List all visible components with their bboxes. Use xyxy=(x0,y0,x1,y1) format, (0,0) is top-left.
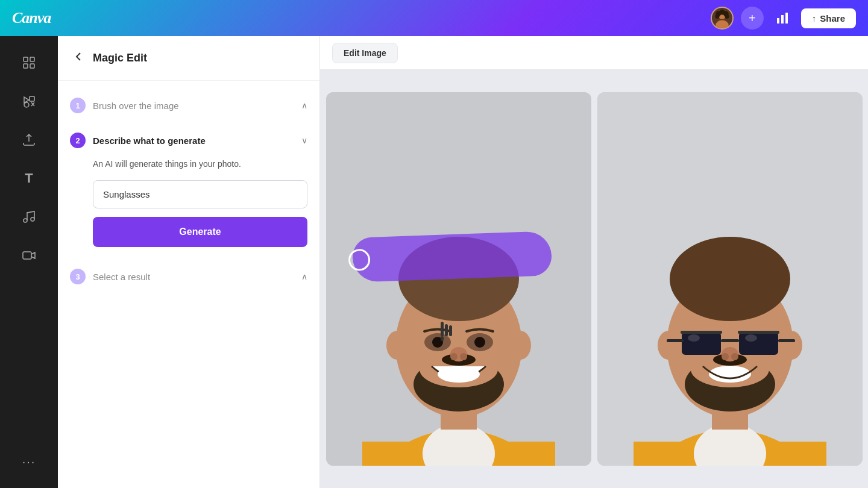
svg-rect-9 xyxy=(781,15,784,23)
svg-point-66 xyxy=(745,334,757,342)
svg-point-6 xyxy=(715,14,719,19)
video-icon xyxy=(22,248,36,263)
main-layout: T ··· Magic Edit xyxy=(0,36,868,488)
music-icon xyxy=(22,210,36,224)
photo-card-result xyxy=(597,92,863,466)
original-photo-svg xyxy=(326,92,591,466)
more-icon: ··· xyxy=(22,455,36,469)
sidebar-item-grid[interactable] xyxy=(12,46,46,80)
sidebar-item-video[interactable] xyxy=(12,239,46,272)
svg-point-18 xyxy=(31,217,34,221)
elements-icon xyxy=(21,94,37,108)
canvas-content xyxy=(320,70,868,488)
svg-rect-11 xyxy=(24,57,28,61)
chart-icon xyxy=(775,11,790,25)
analytics-button[interactable] xyxy=(771,7,794,30)
edit-image-tab[interactable]: Edit Image xyxy=(332,43,398,63)
top-navigation: Canva + xyxy=(0,0,868,36)
photo-card-original xyxy=(326,92,591,466)
svg-point-38 xyxy=(450,353,458,360)
svg-rect-63 xyxy=(667,339,684,342)
step-3-title: Select a result xyxy=(93,272,150,282)
step-1: 1 Brush over the image ∧ xyxy=(70,93,307,118)
magic-edit-panel: Magic Edit 1 Brush over the image ∧ xyxy=(58,36,320,488)
step-2-header-left: 2 Describe what to generate xyxy=(70,133,206,148)
generate-text-input[interactable] xyxy=(93,180,307,208)
brush-circle xyxy=(348,249,370,271)
svg-rect-61 xyxy=(682,332,721,355)
step-3-chevron: ∧ xyxy=(301,272,307,281)
back-button[interactable] xyxy=(70,48,87,68)
svg-point-2 xyxy=(715,20,728,30)
svg-point-58 xyxy=(722,353,729,360)
sidebar-item-upload[interactable] xyxy=(12,123,46,157)
icon-sidebar: T ··· xyxy=(0,36,58,488)
brush-overlay xyxy=(351,231,552,283)
svg-point-16 xyxy=(24,102,29,107)
avatar[interactable] xyxy=(711,7,734,30)
svg-rect-15 xyxy=(30,96,34,101)
step-1-header[interactable]: 1 Brush over the image ∧ xyxy=(70,93,307,118)
svg-rect-62 xyxy=(739,332,778,355)
svg-rect-14 xyxy=(30,64,34,68)
step-2-title: Describe what to generate xyxy=(93,136,206,146)
step-2-description: An AI will generate things in your photo… xyxy=(93,158,307,170)
step-3-header-left: 3 Select a result xyxy=(70,269,150,284)
share-button[interactable]: ↑ Share xyxy=(801,8,856,28)
panel-header: Magic Edit xyxy=(58,36,319,81)
svg-rect-19 xyxy=(23,252,31,259)
generate-button[interactable]: Generate xyxy=(93,217,307,247)
back-icon xyxy=(72,51,84,63)
canvas-toolbar: Edit Image xyxy=(320,36,868,70)
svg-point-26 xyxy=(386,331,408,360)
step-2-chevron: ∨ xyxy=(301,136,307,145)
nav-right: + ↑ Share xyxy=(711,7,856,30)
step-2-content: An AI will generate things in your photo… xyxy=(70,153,307,254)
step-3-number: 3 xyxy=(70,269,86,284)
svg-point-7 xyxy=(725,14,729,19)
svg-point-17 xyxy=(24,219,27,222)
svg-rect-64 xyxy=(778,339,795,342)
svg-point-51 xyxy=(781,331,802,360)
svg-point-59 xyxy=(731,353,738,360)
svg-rect-68 xyxy=(738,331,779,334)
share-icon: ↑ xyxy=(812,13,817,23)
svg-rect-10 xyxy=(785,13,788,23)
svg-rect-13 xyxy=(24,64,28,68)
step-1-chevron: ∧ xyxy=(301,101,307,110)
svg-point-31 xyxy=(438,366,480,383)
result-photo-svg xyxy=(597,92,863,466)
step-2-header[interactable]: 2 Describe what to generate ∨ xyxy=(70,128,307,153)
panel-content: 1 Brush over the image ∧ 2 Describe what… xyxy=(58,81,319,488)
step-2: 2 Describe what to generate ∨ An AI will… xyxy=(70,128,307,254)
svg-rect-12 xyxy=(30,57,34,61)
sidebar-item-audio[interactable] xyxy=(12,200,46,234)
step-3-header[interactable]: 3 Select a result ∧ xyxy=(70,264,307,289)
plus-icon: + xyxy=(749,11,756,25)
step-1-number: 1 xyxy=(70,98,86,113)
svg-point-39 xyxy=(460,353,467,360)
share-label: Share xyxy=(820,13,845,23)
svg-point-50 xyxy=(658,331,679,360)
svg-point-52 xyxy=(670,237,790,321)
panel-title: Magic Edit xyxy=(93,52,147,64)
step-1-title: Brush over the image xyxy=(93,101,179,111)
canva-logo: Canva xyxy=(12,9,51,27)
sidebar-item-elements[interactable] xyxy=(12,84,46,118)
svg-rect-60 xyxy=(721,339,739,342)
upload-icon xyxy=(22,133,36,147)
add-button[interactable]: + xyxy=(741,7,764,30)
svg-point-34 xyxy=(432,337,443,348)
grid-icon xyxy=(22,55,36,70)
canvas-area: Edit Image xyxy=(320,36,868,488)
sidebar-item-text[interactable]: T xyxy=(12,161,46,195)
svg-point-27 xyxy=(509,331,531,360)
sidebar-item-more[interactable]: ··· xyxy=(12,445,46,478)
step-2-number: 2 xyxy=(70,133,86,148)
step-1-header-left: 1 Brush over the image xyxy=(70,98,179,113)
svg-point-65 xyxy=(688,334,700,342)
step-3: 3 Select a result ∧ xyxy=(70,264,307,289)
svg-point-35 xyxy=(474,337,485,348)
svg-rect-67 xyxy=(681,331,722,334)
svg-rect-8 xyxy=(777,18,779,23)
